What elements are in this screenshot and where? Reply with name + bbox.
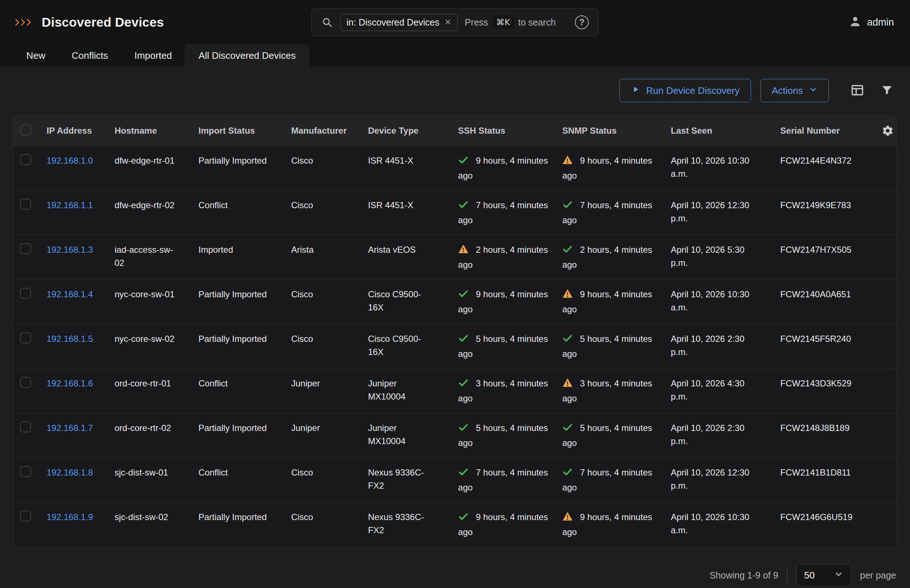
global-search[interactable]: in: Discovered Devices ✕ Press ⌘K to sea… xyxy=(311,8,599,36)
help-icon[interactable]: ? xyxy=(575,15,589,29)
device-type-cell: Nexus 9336C-FX2 xyxy=(361,458,451,502)
device-type-cell: Juniper MX10004 xyxy=(361,414,451,458)
table-settings-button[interactable] xyxy=(879,116,897,146)
row-settings-cell xyxy=(879,414,897,458)
hostname-cell: iad-access-sw-02 xyxy=(108,235,192,280)
row-settings-cell xyxy=(879,280,897,324)
chevron-down-icon xyxy=(809,85,818,97)
row-checkbox[interactable] xyxy=(20,466,31,477)
ssh-status-cell: 3 hours, 4 minutes ago xyxy=(451,369,555,414)
ip-address-link[interactable]: 192.168.1.1 xyxy=(46,200,93,210)
check-icon xyxy=(458,288,469,303)
check-icon xyxy=(458,422,469,436)
per-page-select[interactable]: 50 xyxy=(796,564,851,586)
ip-address-link[interactable]: 192.168.1.4 xyxy=(46,289,93,299)
chip-close-icon[interactable]: ✕ xyxy=(444,18,451,26)
col-import-status[interactable]: Import Status xyxy=(192,116,285,146)
col-ip-address[interactable]: IP Address xyxy=(40,116,108,146)
ip-address-link[interactable]: 192.168.1.8 xyxy=(46,467,93,477)
col-device-type[interactable]: Device Type xyxy=(361,116,451,146)
ssh-status-cell: 7 hours, 4 minutes ago xyxy=(451,458,555,502)
ip-address-link[interactable]: 192.168.1.7 xyxy=(46,423,93,433)
last-seen-cell: April 10, 2026 10:30 a.m. xyxy=(664,146,774,191)
row-settings-cell xyxy=(879,146,897,191)
check-icon xyxy=(562,422,573,436)
last-seen-cell: April 10, 2026 2:30 p.m. xyxy=(664,414,774,458)
tab-all-discovered-devices[interactable]: All Discovered Devices xyxy=(185,45,309,66)
ssh-status-cell: 5 hours, 4 minutes ago xyxy=(451,324,555,369)
filter-button[interactable] xyxy=(881,84,893,97)
row-checkbox[interactable] xyxy=(20,422,31,433)
user-menu[interactable]: admin xyxy=(848,15,894,29)
last-seen-cell: April 10, 2026 5:30 p.m. xyxy=(664,235,774,280)
hostname-cell: ord-core-rtr-02 xyxy=(108,414,192,458)
last-seen-cell: April 10, 2026 10:30 a.m. xyxy=(664,280,774,324)
table-row: 192.168.1.8 sjc-dist-sw-01 Conflict Cisc… xyxy=(13,458,897,502)
manufacturer-cell: Cisco xyxy=(285,324,361,369)
hostname-cell: nyc-core-sw-02 xyxy=(108,324,192,369)
search-scope-chip[interactable]: in: Discovered Devices ✕ xyxy=(340,14,458,31)
hostname-cell: nyc-core-sw-01 xyxy=(108,280,192,324)
col-manufacturer[interactable]: Manufacturer xyxy=(285,116,361,146)
import-status-cell: Imported xyxy=(192,235,285,280)
table-row: 192.168.1.1 dfw-edge-rtr-02 Conflict Cis… xyxy=(13,191,897,235)
row-checkbox[interactable] xyxy=(20,332,31,343)
tab-new[interactable]: New xyxy=(13,45,58,66)
last-seen-cell: April 10, 2026 2:30 p.m. xyxy=(664,324,774,369)
snmp-status-cell: 2 hours, 4 minutes ago xyxy=(555,235,664,280)
serial-number-cell: FCW2146G6U519 xyxy=(774,502,879,547)
table-icon xyxy=(850,83,865,99)
pagination: Showing 1-9 of 9 50 per page xyxy=(710,564,896,586)
hostname-cell: dfw-edge-rtr-01 xyxy=(108,146,192,191)
list-footer: Bulk Actions Onboard Selected Devices Sh… xyxy=(13,557,897,588)
row-checkbox[interactable] xyxy=(20,510,31,522)
manufacturer-cell: Cisco xyxy=(285,191,361,235)
col-hostname[interactable]: Hostname xyxy=(108,116,192,146)
manufacturer-cell: Cisco xyxy=(285,502,361,547)
table-body: 192.168.1.0 dfw-edge-rtr-01 Partially Im… xyxy=(13,146,897,547)
row-checkbox[interactable] xyxy=(20,243,31,254)
check-icon xyxy=(458,199,469,214)
import-status-cell: Partially Imported xyxy=(192,414,285,458)
search-scope-label: in: Discovered Devices xyxy=(347,17,439,28)
select-all-checkbox[interactable] xyxy=(20,124,31,136)
hostname-cell: ord-core-rtr-01 xyxy=(108,369,192,414)
manufacturer-cell: Juniper xyxy=(285,414,361,458)
run-device-discovery-button[interactable]: Run Device Discovery xyxy=(619,79,751,102)
serial-number-cell: FCW2149K9E783 xyxy=(774,191,879,235)
ip-address-link[interactable]: 192.168.1.9 xyxy=(46,512,93,522)
row-settings-cell xyxy=(879,235,897,280)
snmp-status-cell: 9 hours, 4 minutes ago xyxy=(555,146,664,191)
device-type-cell: Arista vEOS xyxy=(361,235,451,280)
actions-button[interactable]: Actions xyxy=(761,79,829,102)
gear-icon xyxy=(881,125,894,135)
snmp-status-cell: 5 hours, 4 minutes ago xyxy=(555,324,664,369)
serial-number-cell: FCW2147H7X505 xyxy=(774,235,879,280)
search-hint-suffix: to search xyxy=(518,17,556,28)
col-last-seen[interactable]: Last Seen xyxy=(664,116,774,146)
tab-conflicts[interactable]: Conflicts xyxy=(58,45,121,66)
row-settings-cell xyxy=(879,458,897,502)
row-checkbox[interactable] xyxy=(20,377,31,388)
device-type-cell: Nexus 9336C-FX2 xyxy=(361,502,451,547)
row-checkbox[interactable] xyxy=(20,288,31,299)
col-snmp-status[interactable]: SNMP Status xyxy=(555,116,664,146)
serial-number-cell: FCW2141B1D811 xyxy=(774,458,879,502)
tab-imported[interactable]: Imported xyxy=(121,45,185,66)
warning-icon xyxy=(562,511,573,525)
col-serial-number[interactable]: Serial Number xyxy=(774,116,879,146)
ip-address-link[interactable]: 192.168.1.6 xyxy=(46,378,93,388)
row-checkbox[interactable] xyxy=(20,154,31,165)
row-checkbox[interactable] xyxy=(20,199,31,210)
table-view-button[interactable] xyxy=(850,83,865,99)
ssh-status-cell: 9 hours, 4 minutes ago xyxy=(451,502,555,547)
ssh-status-cell: 5 hours, 4 minutes ago xyxy=(451,414,555,458)
ip-address-link[interactable]: 192.168.1.5 xyxy=(46,334,93,344)
ip-address-link[interactable]: 192.168.1.0 xyxy=(46,155,93,165)
tab-bar: New Conflicts Imported All Discovered De… xyxy=(0,45,910,66)
devices-table: IP Address Hostname Import Status Manufa… xyxy=(13,115,897,547)
ip-address-link[interactable]: 192.168.1.3 xyxy=(46,245,93,255)
col-ssh-status[interactable]: SSH Status xyxy=(451,116,555,146)
serial-number-cell: FCW2148J8B189 xyxy=(774,414,879,458)
snmp-status-cell: 3 hours, 4 minutes ago xyxy=(555,369,664,414)
